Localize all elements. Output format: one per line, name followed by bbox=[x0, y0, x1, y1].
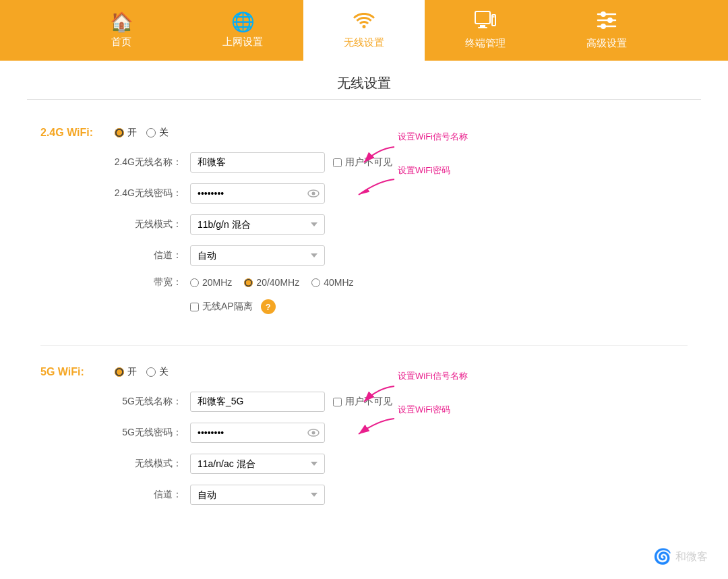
wifi-24g-ssid-arrow bbox=[357, 146, 398, 168]
advanced-icon bbox=[597, 11, 617, 33]
wifi-5g-section: 5G WiFi: 开 关 5G无线名称： 用户不可见 bbox=[40, 353, 688, 536]
wifi-24g-mode-label: 无线模式： bbox=[108, 218, 182, 231]
wifi-24g-ssid-input[interactable] bbox=[190, 152, 325, 173]
wifi-24g-channel-select[interactable]: 自动 123 456 bbox=[190, 245, 325, 266]
wireless-icon bbox=[353, 11, 375, 32]
wifi-24g-mode-row: 无线模式： 11b/g/n 混合 11b/g 混合 11n only bbox=[108, 214, 688, 235]
wifi-24g-ssid-label: 2.4G无线名称： bbox=[108, 156, 182, 169]
bandwidth-20-40mhz[interactable]: 20/40MHz bbox=[244, 277, 299, 288]
wifi-5g-password-input[interactable] bbox=[190, 423, 325, 443]
svg-point-6 bbox=[601, 12, 605, 16]
nav-item-advanced[interactable]: 高级设置 bbox=[546, 0, 667, 61]
wifi-24g-pw-arrow bbox=[351, 178, 398, 200]
wifi-24g-form: 2.4G无线名称： 用户不可见 设置WiFi信号名称 bbox=[108, 152, 688, 314]
nav-label-terminal: 终端管理 bbox=[465, 37, 506, 50]
wifi-24g-on-radio[interactable]: 开 bbox=[115, 127, 137, 139]
nav-item-home[interactable]: 🏠 首页 bbox=[61, 0, 182, 61]
wifi-5g-password-wrapper bbox=[190, 423, 325, 443]
eye-icon-24g[interactable] bbox=[307, 188, 320, 200]
nav-bar: 🏠 首页 🌐 上网设置 无线设置 终端管理 bbox=[0, 0, 728, 61]
wifi-24g-bandwidth-group: 20MHz 20/40MHz 40MHz bbox=[190, 277, 354, 288]
svg-point-17 bbox=[312, 431, 315, 434]
eye-icon-5g[interactable] bbox=[307, 427, 320, 439]
svg-rect-2 bbox=[478, 27, 487, 28]
wifi-24g-section: 2.4G WiFi: 开 关 2.4G无线名称： 用户不可见 bbox=[40, 113, 688, 346]
wifi-24g-header: 2.4G WiFi: 开 关 bbox=[40, 127, 688, 139]
wifi-24g-password-input[interactable] bbox=[190, 183, 325, 204]
wifi-5g-channel-label: 信道： bbox=[108, 489, 182, 501]
nav-label-home: 首页 bbox=[111, 36, 131, 49]
wifi-5g-header: 5G WiFi: 开 关 bbox=[40, 366, 688, 378]
wifi-24g-password-label: 2.4G无线密码： bbox=[108, 187, 182, 200]
internet-icon: 🌐 bbox=[231, 13, 255, 32]
wifi-24g-bandwidth-label: 带宽： bbox=[108, 276, 182, 288]
nav-label-internet: 上网设置 bbox=[222, 36, 263, 49]
svg-rect-1 bbox=[480, 25, 485, 27]
wifi-24g-password-row: 2.4G无线密码： 设置WiFi密码 bbox=[108, 183, 688, 204]
wifi-5g-ssid-label: 5G无线名称： bbox=[108, 396, 182, 408]
watermark: 🌀 和微客 bbox=[653, 548, 708, 556]
wifi-5g-mode-label: 无线模式： bbox=[108, 458, 182, 470]
svg-rect-0 bbox=[475, 11, 490, 24]
home-icon: 🏠 bbox=[110, 13, 133, 32]
nav-item-terminal[interactable]: 终端管理 bbox=[425, 0, 546, 61]
wifi-5g-password-label: 5G无线密码： bbox=[108, 427, 182, 439]
wifi-5g-title: 5G WiFi: bbox=[40, 366, 101, 378]
watermark-text: 和微客 bbox=[675, 550, 708, 557]
wifi-24g-off-radio[interactable]: 关 bbox=[146, 127, 169, 139]
svg-point-13 bbox=[312, 191, 315, 195]
wifi-5g-mode-select[interactable]: 11a/n/ac 混合 11a only 11n only bbox=[190, 454, 325, 474]
wifi-24g-ap-group: 无线AP隔离 ? bbox=[190, 299, 276, 314]
wifi-5g-channel-select[interactable]: 自动 36404448 bbox=[190, 485, 325, 505]
wifi-5g-on-radio[interactable]: 开 bbox=[115, 366, 137, 378]
nav-item-wireless[interactable]: 无线设置 bbox=[303, 0, 425, 61]
nav-label-advanced: 高级设置 bbox=[586, 37, 627, 50]
wifi-24g-channel-row: 信道： 自动 123 456 bbox=[108, 245, 688, 266]
wifi-5g-ssid-input[interactable] bbox=[190, 392, 325, 412]
wifi-24g-ssid-annotation: 设置WiFi信号名称 bbox=[398, 131, 468, 143]
wifi-5g-form: 5G无线名称： 用户不可见 设置WiFi信号名称 bbox=[108, 392, 688, 505]
nav-label-wireless: 无线设置 bbox=[344, 36, 384, 49]
wifi-5g-off-radio[interactable]: 关 bbox=[146, 366, 169, 378]
svg-point-8 bbox=[608, 18, 612, 22]
wifi-5g-ssid-arrow bbox=[357, 385, 398, 407]
wifi-24g-ap-checkbox[interactable]: 无线AP隔离 bbox=[190, 301, 253, 313]
main-content: 2.4G WiFi: 开 关 2.4G无线名称： 用户不可见 bbox=[0, 100, 728, 556]
wifi-5g-password-row: 5G无线密码： 设置WiFi密码 bbox=[108, 423, 688, 443]
wifi-5g-ssid-annotation: 设置WiFi信号名称 bbox=[398, 370, 468, 382]
wifi-24g-ap-row: 无线AP隔离 ? bbox=[108, 299, 688, 314]
bandwidth-40mhz[interactable]: 40MHz bbox=[311, 277, 353, 288]
wifi-5g-pw-arrow bbox=[351, 417, 398, 439]
svg-rect-4 bbox=[493, 16, 495, 18]
wifi-5g-channel-row: 信道： 自动 36404448 bbox=[108, 485, 688, 505]
terminal-icon bbox=[475, 11, 496, 33]
wifi-5g-mode-row: 无线模式： 11a/n/ac 混合 11a only 11n only bbox=[108, 454, 688, 474]
watermark-icon: 🌀 bbox=[653, 548, 671, 556]
wifi-5g-pw-annotation: 设置WiFi密码 bbox=[398, 404, 450, 416]
wifi-24g-bandwidth-row: 带宽： 20MHz 20/40MHz 40MHz bbox=[108, 276, 688, 288]
wifi-24g-pw-annotation: 设置WiFi密码 bbox=[398, 164, 450, 177]
wifi-24g-help-icon[interactable]: ? bbox=[261, 299, 276, 314]
svg-point-10 bbox=[601, 24, 605, 28]
nav-item-internet[interactable]: 🌐 上网设置 bbox=[182, 0, 303, 61]
page-title: 无线设置 bbox=[27, 61, 701, 100]
wifi-24g-password-wrapper bbox=[190, 183, 325, 204]
wifi-24g-title: 2.4G WiFi: bbox=[40, 127, 101, 139]
wifi-5g-toggle: 开 关 bbox=[115, 366, 169, 378]
bandwidth-20mhz[interactable]: 20MHz bbox=[190, 277, 232, 288]
wifi-24g-toggle: 开 关 bbox=[115, 127, 169, 139]
wifi-24g-mode-select[interactable]: 11b/g/n 混合 11b/g 混合 11n only bbox=[190, 214, 325, 235]
wifi-24g-channel-label: 信道： bbox=[108, 249, 182, 262]
